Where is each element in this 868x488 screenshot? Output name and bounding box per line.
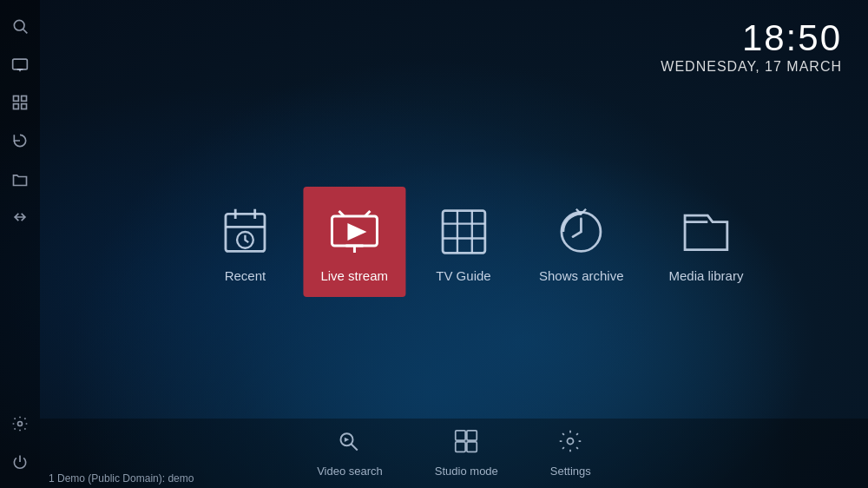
sidebar-item-swap[interactable] [4, 201, 36, 233]
svg-rect-2 [13, 59, 28, 69]
svg-rect-21 [443, 211, 485, 254]
recent-label: Recent [225, 268, 266, 283]
status-bar: 1 Demo (Public Domain): demo [40, 469, 868, 488]
svg-rect-31 [456, 442, 465, 452]
svg-point-33 [568, 439, 574, 445]
live-stream-icon [326, 204, 382, 260]
svg-point-0 [14, 20, 24, 30]
tv-guide-icon [436, 204, 491, 260]
sidebar-item-tv[interactable] [4, 49, 36, 80]
menu-item-tv-guide[interactable]: TV Guide [416, 190, 511, 297]
svg-rect-5 [14, 96, 19, 102]
sidebar-item-settings[interactable] [4, 408, 36, 439]
sidebar-item-folder[interactable] [4, 163, 36, 195]
menu-item-live-stream[interactable]: Live stream [303, 187, 405, 297]
tv-guide-label: TV Guide [436, 268, 490, 283]
svg-rect-29 [456, 431, 465, 440]
menu-item-media-library[interactable]: Media library [652, 190, 761, 297]
clock-area: 18:50 Wednesday, 17 March [661, 17, 842, 75]
main-menu: Recent Live stream TV Guide Shows archiv… [197, 187, 760, 297]
bottom-settings-icon [558, 429, 582, 459]
svg-rect-30 [467, 431, 477, 440]
live-stream-label: Live stream [320, 268, 388, 283]
recent-icon [217, 204, 273, 260]
svg-rect-7 [14, 104, 19, 109]
sidebar-item-power[interactable] [4, 446, 36, 478]
studio-mode-icon [454, 429, 478, 459]
svg-rect-6 [22, 96, 27, 102]
sidebar-item-search[interactable] [4, 10, 36, 42]
svg-point-9 [18, 422, 23, 426]
menu-item-recent[interactable]: Recent [197, 190, 293, 297]
clock-date: Wednesday, 17 March [661, 59, 842, 75]
media-library-label: Media library [669, 268, 744, 283]
svg-rect-8 [22, 104, 27, 109]
svg-line-28 [352, 445, 358, 451]
svg-line-1 [23, 30, 28, 34]
media-library-icon [678, 204, 733, 260]
shows-archive-label: Shows archive [539, 268, 624, 283]
shows-archive-icon [554, 204, 609, 260]
sidebar-item-grid[interactable] [4, 87, 36, 118]
svg-marker-18 [347, 223, 366, 241]
sidebar-item-history[interactable] [4, 125, 36, 156]
status-text: 1 Demo (Public Domain): demo [49, 472, 194, 485]
menu-item-shows-archive[interactable]: Shows archive [522, 190, 641, 297]
svg-rect-32 [467, 442, 477, 452]
video-search-icon [338, 429, 362, 459]
sidebar [0, 0, 40, 488]
clock-time: 18:50 [661, 17, 842, 59]
